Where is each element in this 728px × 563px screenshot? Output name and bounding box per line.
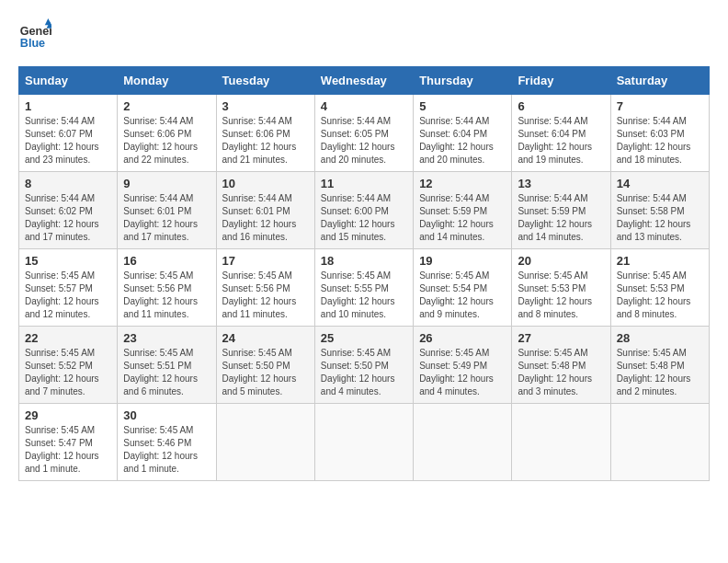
calendar-day-25: 25Sunrise: 5:45 AM Sunset: 5:50 PM Dayli… [314,327,413,404]
calendar-day-26: 26Sunrise: 5:45 AM Sunset: 5:49 PM Dayli… [414,327,512,404]
empty-cell [314,404,413,481]
day-header-wednesday: Wednesday [314,67,413,95]
svg-text:Blue: Blue [20,37,45,50]
calendar-table: SundayMondayTuesdayWednesdayThursdayFrid… [18,66,710,481]
calendar-day-18: 18Sunrise: 5:45 AM Sunset: 5:55 PM Dayli… [314,249,413,327]
calendar-day-11: 11Sunrise: 5:44 AM Sunset: 6:00 PM Dayli… [314,172,413,249]
calendar-day-21: 21Sunrise: 5:45 AM Sunset: 5:53 PM Dayli… [610,249,709,327]
logo-icon: General Blue [18,18,51,52]
day-header-tuesday: Tuesday [216,67,314,95]
empty-cell [216,404,314,481]
day-header-saturday: Saturday [610,67,709,95]
calendar-day-8: 8Sunrise: 5:44 AM Sunset: 6:02 PM Daylig… [19,172,118,249]
page-header: General Blue [18,18,710,52]
calendar-day-12: 12Sunrise: 5:44 AM Sunset: 5:59 PM Dayli… [414,172,512,249]
calendar-week-1: 1Sunrise: 5:44 AM Sunset: 6:07 PM Daylig… [19,95,710,172]
calendar-day-9: 9Sunrise: 5:44 AM Sunset: 6:01 PM Daylig… [118,172,216,249]
calendar-day-1: 1Sunrise: 5:44 AM Sunset: 6:07 PM Daylig… [19,95,118,172]
calendar-header-row: SundayMondayTuesdayWednesdayThursdayFrid… [19,67,710,95]
calendar-day-10: 10Sunrise: 5:44 AM Sunset: 6:01 PM Dayli… [216,172,314,249]
calendar-day-4: 4Sunrise: 5:44 AM Sunset: 6:05 PM Daylig… [314,95,413,172]
calendar-day-3: 3Sunrise: 5:44 AM Sunset: 6:06 PM Daylig… [216,95,314,172]
calendar-day-6: 6Sunrise: 5:44 AM Sunset: 6:04 PM Daylig… [512,95,610,172]
day-header-sunday: Sunday [19,67,118,95]
calendar-day-19: 19Sunrise: 5:45 AM Sunset: 5:54 PM Dayli… [414,249,512,327]
calendar-day-22: 22Sunrise: 5:45 AM Sunset: 5:52 PM Dayli… [19,327,118,404]
calendar-day-7: 7Sunrise: 5:44 AM Sunset: 6:03 PM Daylig… [610,95,709,172]
calendar-week-3: 15Sunrise: 5:45 AM Sunset: 5:57 PM Dayli… [19,249,710,327]
calendar-week-5: 29Sunrise: 5:45 AM Sunset: 5:47 PM Dayli… [19,404,710,481]
day-header-thursday: Thursday [414,67,512,95]
day-header-friday: Friday [512,67,610,95]
calendar-week-4: 22Sunrise: 5:45 AM Sunset: 5:52 PM Dayli… [19,327,710,404]
calendar-day-5: 5Sunrise: 5:44 AM Sunset: 6:04 PM Daylig… [414,95,512,172]
calendar-day-15: 15Sunrise: 5:45 AM Sunset: 5:57 PM Dayli… [19,249,118,327]
empty-cell [414,404,512,481]
calendar-day-13: 13Sunrise: 5:44 AM Sunset: 5:59 PM Dayli… [512,172,610,249]
calendar-day-2: 2Sunrise: 5:44 AM Sunset: 6:06 PM Daylig… [118,95,216,172]
calendar-week-2: 8Sunrise: 5:44 AM Sunset: 6:02 PM Daylig… [19,172,710,249]
calendar-day-16: 16Sunrise: 5:45 AM Sunset: 5:56 PM Dayli… [118,249,216,327]
calendar-day-30: 30Sunrise: 5:45 AM Sunset: 5:46 PM Dayli… [118,404,216,481]
calendar-day-20: 20Sunrise: 5:45 AM Sunset: 5:53 PM Dayli… [512,249,610,327]
calendar-day-24: 24Sunrise: 5:45 AM Sunset: 5:50 PM Dayli… [216,327,314,404]
calendar-day-17: 17Sunrise: 5:45 AM Sunset: 5:56 PM Dayli… [216,249,314,327]
logo: General Blue [18,18,51,52]
calendar-day-14: 14Sunrise: 5:44 AM Sunset: 5:58 PM Dayli… [610,172,709,249]
calendar-day-28: 28Sunrise: 5:45 AM Sunset: 5:48 PM Dayli… [610,327,709,404]
calendar-day-29: 29Sunrise: 5:45 AM Sunset: 5:47 PM Dayli… [19,404,118,481]
empty-cell [610,404,709,481]
calendar-day-23: 23Sunrise: 5:45 AM Sunset: 5:51 PM Dayli… [118,327,216,404]
day-header-monday: Monday [118,67,216,95]
calendar-day-27: 27Sunrise: 5:45 AM Sunset: 5:48 PM Dayli… [512,327,610,404]
empty-cell [512,404,610,481]
